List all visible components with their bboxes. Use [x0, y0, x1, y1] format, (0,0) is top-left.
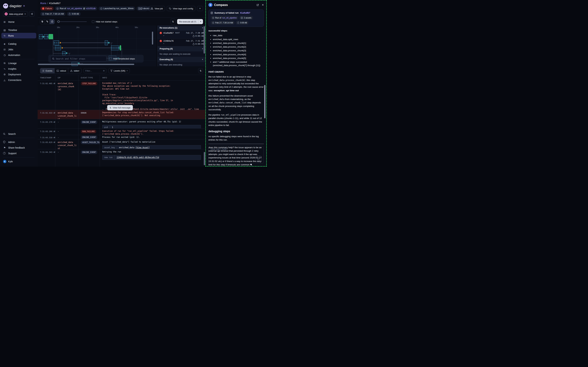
gantt-step-bar[interactable] [54, 41, 59, 45]
log-sort-button[interactable]: ⇅ [198, 68, 203, 73]
event-info: Retrying the run [102, 150, 204, 153]
gantt-step-bar-success[interactable] [119, 45, 121, 50]
list-item: enriched_data.process_chunk[3] [213, 49, 264, 52]
view-tags-config-button[interactable]: View tags and config [167, 6, 195, 11]
tab-events[interactable]: Events [40, 68, 55, 73]
clear-filter-icon[interactable]: ⊗ [103, 69, 105, 72]
run-of-tag[interactable]: Run ofrun_etl_pipeline@e2c051db [55, 7, 97, 10]
slider-knob[interactable] [57, 20, 60, 23]
event-op: - [58, 136, 59, 139]
event-row-engine[interactable]: 7:31:03.170 AM - ENGINE_EVENT Multiproce… [38, 119, 205, 128]
events-scrollbar[interactable] [204, 152, 205, 165]
compass-chat-box[interactable]: ▷ [208, 146, 264, 164]
commit-link[interactable]: e2c051db [86, 7, 96, 10]
step-search-input[interactable] [56, 58, 105, 60]
sidebar: dagster + D data-eng-prod ▼ ⊞Home ▤Timel… [0, 0, 38, 167]
run-id[interactable]: 22484a76 [163, 40, 174, 42]
run-of-tag[interactable]: Run ofrun_etl_pipeline [211, 16, 238, 20]
gantt-vertical-scrollbar[interactable] [152, 32, 153, 44]
sidebar-item-share-feedback[interactable]: ⚑Share feedback [1, 145, 36, 150]
sidebar-item-runs[interactable]: ↻Runs [1, 33, 36, 38]
more-actions-button[interactable]: ▼ [197, 6, 203, 11]
log-filter-input[interactable] [85, 69, 103, 72]
stopwatch-icon [237, 22, 239, 24]
tab-stderr[interactable]: stderr [68, 68, 81, 73]
view-job-button[interactable]: View job [149, 6, 165, 11]
tab-stdout[interactable]: stdout [55, 68, 68, 73]
re-execute-all-button[interactable]: Re-execute all (*) ▼ [177, 19, 203, 24]
compass-scrollbar[interactable] [264, 85, 265, 118]
chat-input[interactable] [211, 148, 262, 162]
sidebar-item-automation[interactable]: ◷Automation [1, 52, 36, 58]
timed-view-button[interactable] [50, 19, 54, 24]
pipeline-link[interactable]: run_etl_pipeline [67, 7, 82, 10]
reexecutions-scrollbar[interactable] [204, 26, 205, 54]
shield-icon [3, 141, 6, 143]
view-asset-link[interactable]: [View Asset] [136, 146, 150, 149]
preparing-section-header[interactable]: Preparing (0)▼ [158, 46, 205, 51]
sidebar-item-catalog[interactable]: ◈Catalog [1, 41, 36, 47]
gantt-horizontal-scrollbar[interactable] [38, 64, 134, 65]
gantt-step-bar[interactable] [105, 41, 108, 45]
log-filter-box[interactable]: ⊗ [84, 68, 106, 73]
gantt-chart[interactable]: 10s 20s 30s 40s 50s [38, 25, 156, 66]
events-table-header: TIMESTAMP OP EVENT TYPE INFO [38, 75, 205, 81]
jobs-icon: ⊟ [3, 48, 6, 51]
sidebar-item-lineage[interactable]: ⧉Lineage [1, 60, 36, 66]
sidebar-item-label: Admin [8, 141, 15, 143]
sidebar-item-search[interactable]: Search [1, 131, 36, 137]
reexecution-run-row[interactable]: ! 41a9a0b7 ROOT Feb 27, 7:30 AM * 0:00:4… [158, 30, 205, 38]
sidebar-item-jobs[interactable]: ⊟Jobs [1, 47, 36, 52]
launched-by-tag[interactable]: Launched by run_assets_30min [99, 7, 135, 10]
sidebar-item-deployment[interactable]: ⚙Deployment [1, 72, 36, 77]
sidebar-item-support[interactable]: ?Support [1, 150, 36, 156]
hide-unselected-checkbox[interactable] [109, 58, 112, 60]
gantt-step-bar[interactable] [39, 34, 43, 39]
deployment-avatar: D [5, 12, 8, 16]
executing-section-header[interactable]: Executing (0)▼ [158, 57, 205, 62]
deployment-selector[interactable]: D data-eng-prod ▼ [3, 11, 28, 17]
pipeline-link[interactable]: run_etl_pipeline [222, 17, 237, 19]
collapse-sidebar-button[interactable] [29, 11, 34, 17]
breadcrumb-runs-link[interactable]: Runs [40, 2, 46, 5]
waterfall-view-button[interactable] [45, 19, 50, 24]
event-type-badge: ENGINE_EVENT [81, 135, 97, 139]
gantt-zoom-slider[interactable] [57, 20, 87, 23]
reexecution-run-row[interactable]: ! 22484a76 Feb 27, 7:31 AM * 0:00:09 [158, 38, 205, 46]
sidebar-item-home[interactable]: ⊞Home [1, 19, 36, 25]
event-row-engine[interactable]: 7:31:03.318 AM - ENGINE_EVENT Process fo… [38, 135, 205, 139]
alerts-button[interactable]: 0 [138, 6, 147, 11]
gantt-step-bar[interactable] [55, 46, 61, 50]
event-timestamp: 7:31:03.266 AM [40, 130, 55, 133]
open-in-new-icon[interactable] [256, 4, 259, 6]
reexecutions-section-header[interactable]: Re-executions (1)▼ [158, 25, 205, 30]
flat-view-button[interactable] [40, 19, 45, 24]
new-run-link[interactable]: 22484a76-dcd2-487b-aeb3-db3bece6cf2d [117, 156, 159, 158]
close-icon[interactable]: ✕ [262, 3, 264, 7]
hide-not-started-checkbox[interactable] [92, 20, 94, 23]
event-row-engine[interactable]: 7:31:04.343 AM - ENGINE_EVENT Retrying t… [38, 149, 205, 167]
levels-filter-button[interactable]: Levels (5/6) ▼ [108, 68, 130, 73]
run-id[interactable]: 41a9a0b7 [163, 32, 174, 34]
summary-run-id[interactable]: 41a9a0b7 [240, 12, 250, 14]
event-row-error[interactable]: 7:31:02.433 AM enriched_data ↳concat_chu… [38, 110, 205, 119]
sidebar-item-admin[interactable]: Admin [1, 139, 36, 145]
gantt-step-bar[interactable] [44, 34, 48, 39]
successful-steps-heading: successful steps: [208, 29, 264, 33]
event-row-asset-failed[interactable]: 7:31:03.629 AM enriched_data ↳concat_chu… [38, 139, 205, 149]
event-type-badge: ENGINE_EVENT [81, 120, 97, 124]
step-search-box[interactable] [50, 56, 107, 61]
event-timestamp: 7:31:04.343 AM [40, 151, 55, 153]
gantt-step-bar[interactable] [111, 46, 119, 50]
assets-tag[interactable]: 2 assets [239, 16, 253, 20]
sidebar-item-insights[interactable]: ∿Insights [1, 66, 36, 72]
sidebar-item-timeline[interactable]: ▤Timeline [1, 27, 36, 33]
dagster-logo[interactable]: dagster + [0, 0, 38, 8]
sidebar-item-connections[interactable]: ◬Connections [1, 77, 36, 83]
view-full-message-button[interactable]: ⇅ View full message [107, 105, 133, 110]
gantt-sort-button[interactable]: ⇅ [171, 19, 175, 25]
sidebar-item-user[interactable]: KKyle [1, 158, 36, 164]
gantt-step-bar-success[interactable] [49, 34, 53, 39]
event-row-run-failure[interactable]: 7:31:03.266 AM - RUN_FAILURE Execution o… [38, 128, 205, 135]
send-button[interactable]: ▷ [255, 156, 262, 162]
